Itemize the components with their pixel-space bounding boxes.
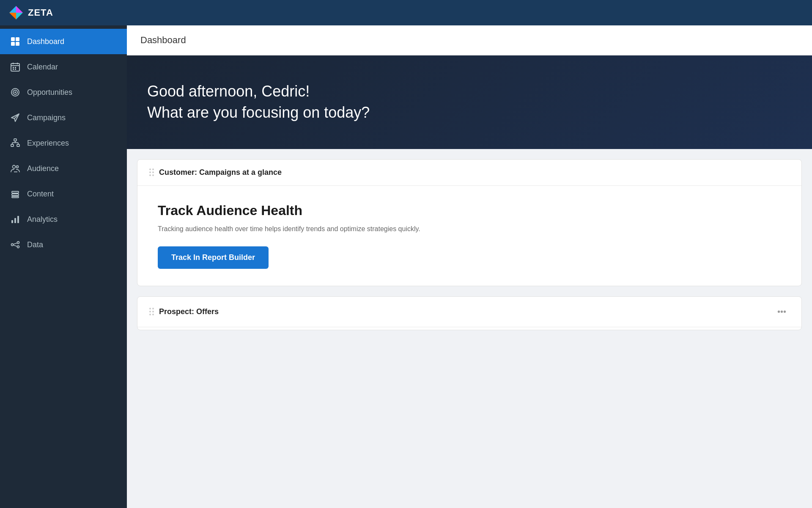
more-options-button[interactable]: ••• bbox=[774, 305, 790, 318]
svg-rect-15 bbox=[15, 69, 16, 70]
zeta-logo-icon bbox=[8, 5, 24, 20]
svg-line-39 bbox=[14, 245, 17, 246]
sidebar-item-analytics-label: Analytics bbox=[27, 215, 58, 224]
svg-rect-20 bbox=[14, 139, 16, 141]
svg-line-38 bbox=[14, 243, 17, 244]
track-audience-description: Tracking audience health over time helps… bbox=[158, 225, 496, 233]
chart-icon bbox=[10, 214, 20, 224]
svg-rect-13 bbox=[15, 67, 16, 68]
sidebar-item-audience[interactable]: Audience bbox=[0, 156, 127, 181]
sidebar-item-calendar-label: Calendar bbox=[27, 63, 58, 72]
svg-rect-22 bbox=[17, 144, 19, 146]
sidebar-item-data-label: Data bbox=[27, 240, 43, 249]
sidebar-item-dashboard[interactable]: Dashboard bbox=[0, 29, 127, 54]
top-header: ZETA bbox=[0, 0, 812, 25]
svg-marker-0 bbox=[16, 6, 23, 13]
sidebar-item-analytics[interactable]: Analytics bbox=[0, 207, 127, 232]
card-header-offers: Prospect: Offers ••• bbox=[137, 297, 801, 327]
svg-point-18 bbox=[14, 91, 16, 93]
svg-rect-33 bbox=[14, 218, 16, 223]
layers-icon bbox=[10, 189, 20, 199]
sidebar-item-opportunities-label: Opportunities bbox=[27, 88, 72, 97]
hierarchy-icon bbox=[10, 138, 20, 148]
hero-greeting: Good afternoon, Cedric! What are you foc… bbox=[147, 81, 792, 124]
sidebar-item-campaigns[interactable]: Campaigns bbox=[0, 105, 127, 130]
campaigns-card-title: Customer: Campaigns at a glance bbox=[159, 168, 282, 177]
sidebar-item-experiences-label: Experiences bbox=[27, 139, 69, 148]
svg-rect-32 bbox=[11, 220, 13, 223]
card-header-offers-left: Prospect: Offers bbox=[149, 307, 219, 316]
svg-point-27 bbox=[13, 166, 16, 168]
logo-text: ZETA bbox=[28, 7, 53, 18]
campaigns-glance-card: Customer: Campaigns at a glance Track Au… bbox=[137, 159, 802, 286]
svg-rect-29 bbox=[12, 191, 19, 193]
data-icon bbox=[10, 240, 20, 250]
cards-area: Customer: Campaigns at a glance Track Au… bbox=[127, 149, 812, 508]
drag-handle[interactable] bbox=[149, 168, 154, 176]
sidebar-item-content[interactable]: Content bbox=[0, 181, 127, 207]
content-area: Dashboard Good afternoon, Cedric! What a… bbox=[127, 25, 812, 508]
svg-rect-21 bbox=[11, 144, 14, 146]
card-body-campaigns: Track Audience Health Tracking audience … bbox=[137, 186, 801, 286]
main-layout: Dashboard Calendar bbox=[0, 25, 812, 508]
svg-rect-5 bbox=[16, 37, 19, 41]
offers-card-title: Prospect: Offers bbox=[159, 307, 219, 316]
svg-point-36 bbox=[17, 242, 19, 244]
sidebar-item-calendar[interactable]: Calendar bbox=[0, 54, 127, 80]
svg-rect-14 bbox=[13, 69, 14, 70]
svg-rect-30 bbox=[12, 194, 19, 196]
logo-area: ZETA bbox=[8, 5, 53, 20]
card-header-campaigns: Customer: Campaigns at a glance bbox=[137, 160, 801, 186]
svg-rect-31 bbox=[12, 196, 19, 198]
sidebar-item-content-label: Content bbox=[27, 190, 54, 199]
sidebar: Dashboard Calendar bbox=[0, 25, 127, 508]
sidebar-item-data[interactable]: Data bbox=[0, 232, 127, 257]
send-icon bbox=[10, 113, 20, 123]
svg-point-37 bbox=[17, 246, 19, 248]
svg-rect-4 bbox=[11, 37, 15, 41]
svg-marker-2 bbox=[16, 13, 23, 19]
svg-marker-1 bbox=[9, 6, 16, 13]
svg-rect-6 bbox=[11, 42, 15, 46]
hero-banner: Good afternoon, Cedric! What are you foc… bbox=[127, 55, 812, 149]
drag-dots bbox=[149, 168, 154, 176]
svg-marker-3 bbox=[9, 13, 16, 19]
page-title: Dashboard bbox=[140, 35, 798, 46]
svg-rect-12 bbox=[13, 67, 14, 68]
greeting-line1: Good afternoon, Cedric! bbox=[147, 81, 792, 102]
page-header: Dashboard bbox=[127, 25, 812, 55]
sidebar-item-audience-label: Audience bbox=[27, 164, 59, 173]
svg-point-35 bbox=[11, 244, 14, 246]
grid-icon bbox=[10, 36, 20, 47]
calendar-icon bbox=[10, 62, 20, 72]
svg-rect-7 bbox=[16, 42, 19, 46]
sidebar-item-opportunities[interactable]: Opportunities bbox=[0, 80, 127, 105]
prospect-offers-card: Prospect: Offers ••• bbox=[137, 296, 802, 330]
svg-point-28 bbox=[16, 166, 19, 168]
users-icon bbox=[10, 163, 20, 174]
drag-dots-offers bbox=[149, 308, 154, 315]
sidebar-item-campaigns-label: Campaigns bbox=[27, 113, 66, 122]
target-icon bbox=[10, 87, 20, 97]
drag-handle-offers[interactable] bbox=[149, 308, 154, 315]
sidebar-item-dashboard-label: Dashboard bbox=[27, 37, 64, 46]
greeting-line2: What are you focusing on today? bbox=[147, 102, 792, 123]
svg-rect-34 bbox=[17, 216, 19, 223]
track-report-builder-button[interactable]: Track In Report Builder bbox=[158, 246, 269, 269]
track-audience-title: Track Audience Health bbox=[158, 203, 781, 218]
sidebar-item-experiences[interactable]: Experiences bbox=[0, 130, 127, 156]
card-header-left: Customer: Campaigns at a glance bbox=[149, 168, 282, 177]
